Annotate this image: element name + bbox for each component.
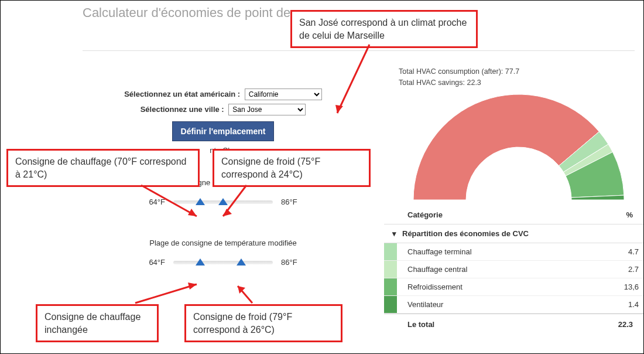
initial-cool-handle[interactable] — [218, 198, 228, 205]
table-row: Chauffage central2.7 — [384, 261, 644, 278]
callout-climate: San José correspond à un climat proche d… — [290, 10, 478, 48]
initial-range-track[interactable] — [173, 200, 273, 204]
row-pct: 13,6 — [609, 282, 644, 291]
state-select[interactable]: Californie — [245, 88, 322, 100]
modified-heat-handle[interactable] — [196, 258, 205, 266]
state-label: Sélectionnez un état américain : — [124, 90, 240, 98]
row-pct: 1.4 — [609, 300, 644, 309]
savings-donut-chart — [399, 86, 639, 200]
total-label: Le total — [407, 320, 604, 329]
row-pct: 2.7 — [609, 265, 644, 274]
row-label: Ventilateur — [397, 300, 609, 309]
svg-marker-9 — [238, 286, 245, 294]
row-label: Refroidissement — [397, 282, 609, 291]
table-header: Catégorie % — [384, 206, 644, 224]
row-pct: 4.7 — [609, 247, 644, 256]
row-color-swatch — [384, 261, 397, 278]
expand-row[interactable]: ▾ Répartition des économies de CVC — [384, 224, 644, 243]
app-frame: Calculateur d'économies de point de Séle… — [0, 0, 644, 354]
city-label: Sélectionnez une ville : — [141, 105, 224, 114]
divider — [83, 50, 635, 51]
modified-cool-handle[interactable] — [237, 258, 246, 266]
col-category: Catégorie — [407, 210, 604, 219]
table-row: Ventilateur1.4 — [384, 296, 644, 314]
define-location-button[interactable]: Définir l'emplacement — [172, 121, 275, 141]
expand-label: Répartition des économies de CVC — [402, 229, 529, 238]
city-select[interactable]: San Jose — [228, 104, 306, 115]
svg-marker-7 — [188, 282, 197, 290]
modified-range-section: Plage de consigne de température modifié… — [83, 239, 364, 267]
callout-cool-75: Consigne de froid (75°F correspond à 24°… — [213, 149, 371, 187]
initial-heat-handle[interactable] — [196, 198, 205, 205]
table-row: Refroidissement13,6 — [384, 278, 644, 296]
page-title: Calculateur d'économies de point de — [83, 5, 290, 21]
total-row: Le total 22.3 — [384, 314, 644, 335]
row-color-swatch — [384, 243, 397, 260]
svg-line-6 — [135, 284, 197, 303]
savings-table: Catégorie % ▾ Répartition des économies … — [384, 206, 644, 335]
modified-range-track[interactable] — [173, 261, 273, 264]
svg-line-8 — [238, 286, 252, 303]
modified-range-min: 64°F — [149, 258, 165, 267]
col-percent: % — [604, 210, 639, 219]
chevron-down-icon: ▾ — [392, 229, 396, 238]
table-row: Chauffage terminal4.7 — [384, 243, 644, 261]
initial-range-max: 86°F — [281, 198, 297, 206]
row-label: Chauffage central — [397, 265, 609, 274]
hvac-stats: Total HVAC consumption (after): 77.7 Tot… — [399, 66, 519, 88]
modified-range-max: 86°F — [281, 258, 297, 267]
row-color-swatch — [384, 296, 397, 313]
consumption-after: Total HVAC consumption (after): 77.7 — [399, 66, 519, 77]
row-label: Chauffage terminal — [397, 247, 609, 256]
callout-cool-79: Consigne de froid (79°F correspond à 26°… — [184, 304, 342, 342]
row-color-swatch — [384, 278, 397, 295]
modified-range-title: Plage de consigne de température modifié… — [83, 239, 364, 247]
initial-range-min: 64°F — [149, 198, 165, 206]
total-pct: 22.3 — [604, 320, 639, 329]
callout-heat-70: Consigne de chauffage (70°F correspond à… — [6, 149, 200, 187]
callout-heat-same: Consigne de chauffage inchangée — [36, 304, 159, 342]
